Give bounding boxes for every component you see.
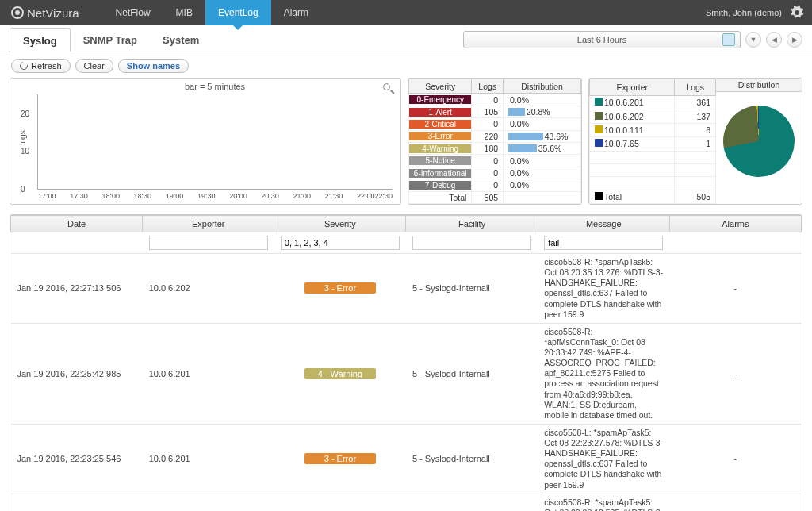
- refresh-icon: [18, 60, 29, 71]
- sev-badge: 5-Notice: [409, 156, 471, 165]
- log-header[interactable]: Alarms: [669, 216, 801, 232]
- log-header[interactable]: Date: [11, 216, 143, 232]
- nav-eventlog[interactable]: EventLog: [205, 0, 271, 25]
- chart-y-label: logs: [18, 130, 27, 144]
- tab-snmp-trap[interactable]: SNMP Trap: [71, 28, 150, 52]
- sev-row[interactable]: 3-Error22043.6%: [409, 130, 581, 142]
- sev-row[interactable]: 6-Informational00.0%: [409, 167, 581, 179]
- sev-badge: 0-Emergency: [409, 95, 471, 104]
- exp-ip: 10.0.6.202: [590, 110, 675, 123]
- sev-dist: 0.0%: [504, 179, 581, 191]
- sev-row[interactable]: 1-Alert10520.8%: [409, 106, 581, 117]
- sev-logs: 180: [472, 143, 504, 155]
- sev-header: Distribution: [504, 79, 581, 94]
- y-tick: 10: [21, 147, 29, 156]
- y-tick: 20: [21, 109, 29, 117]
- sev-row[interactable]: 0-Emergency00.0%: [409, 94, 581, 106]
- log-alarm: -: [669, 424, 801, 494]
- chart-title: bar = 5 minutes: [37, 82, 393, 91]
- exp-logs: 137: [675, 110, 716, 123]
- log-sev-pill: 3 - Error: [304, 453, 376, 464]
- time-down-button[interactable]: ▼: [745, 32, 761, 48]
- sev-logs: 220: [472, 130, 504, 142]
- x-tick: 17:00: [38, 192, 56, 200]
- filter-message[interactable]: [544, 236, 663, 250]
- logo-icon: [11, 6, 24, 19]
- log-sev-pill: 3 - Error: [304, 282, 376, 294]
- zoom-icon[interactable]: [383, 83, 394, 94]
- exporter-panel: ExporterLogs10.0.6.20136110.0.6.20213710…: [588, 78, 802, 205]
- log-facility: 5 - Syslogd-Internall: [406, 494, 538, 511]
- tab-syslog[interactable]: Syslog: [10, 28, 71, 52]
- log-header[interactable]: Facility: [406, 216, 538, 232]
- x-tick: 20:00: [229, 192, 247, 200]
- exp-row[interactable]: 10.0.0.1116: [590, 123, 716, 136]
- exp-dist-header: Distribution: [716, 79, 802, 92]
- log-exporter: 10.0.6.202: [143, 494, 274, 511]
- brand-text: NetVizura: [27, 6, 79, 20]
- filter-facility[interactable]: [412, 236, 531, 250]
- log-facility: 5 - Syslogd-Internall: [406, 424, 538, 494]
- nav-mib[interactable]: MIB: [163, 0, 205, 25]
- x-tick: 22:0022:30: [357, 192, 393, 200]
- time-next-button[interactable]: ▶: [787, 32, 802, 48]
- x-tick: 20:30: [261, 192, 279, 200]
- log-alarm: -: [669, 254, 801, 324]
- sev-dist: 0.0%: [504, 155, 581, 167]
- log-facility: 5 - Syslogd-Internall: [406, 254, 538, 324]
- refresh-button[interactable]: Refresh: [11, 59, 71, 73]
- sev-row[interactable]: 7-Debug00.0%: [409, 179, 581, 191]
- sev-header: Severity: [409, 79, 472, 94]
- log-header[interactable]: Message: [538, 216, 669, 232]
- x-tick: 19:30: [197, 192, 216, 200]
- x-tick: 21:30: [325, 192, 343, 200]
- time-prev-button[interactable]: ◀: [766, 32, 782, 48]
- clear-label: Clear: [84, 61, 105, 71]
- log-row[interactable]: Jan 19 2016, 22:27:13.50610.0.6.2023 - E…: [11, 254, 802, 324]
- log-date: Jan 19 2016, 22:20:10.795: [11, 494, 143, 511]
- exp-row[interactable]: 10.0.6.202137: [590, 110, 716, 123]
- log-sev-pill: 4 - Warning: [304, 368, 376, 379]
- log-severity: 3 - Error: [274, 494, 406, 511]
- log-date: Jan 19 2016, 22:27:13.506: [11, 254, 143, 324]
- exp-row[interactable]: 10.0.7.651: [590, 137, 716, 151]
- log-exporter: 10.0.6.201: [143, 323, 274, 424]
- time-range-select[interactable]: Last 6 Hours: [463, 31, 741, 48]
- sev-row[interactable]: 5-Notice00.0%: [409, 155, 581, 167]
- sev-dist: 0.0%: [504, 118, 581, 130]
- refresh-label: Refresh: [31, 61, 62, 71]
- user-name[interactable]: Smith, John (demo): [706, 8, 782, 17]
- y-tick: 0: [21, 185, 25, 194]
- tab-system[interactable]: System: [150, 28, 212, 52]
- log-message: cisco5508-R: *spamApTask5: Oct 08 20:35:…: [538, 254, 669, 324]
- exp-row[interactable]: 10.0.6.201361: [590, 95, 716, 109]
- filter-exporter[interactable]: [149, 236, 268, 250]
- sev-dist: 20.8%: [504, 106, 581, 117]
- exp-logs: 1: [675, 137, 716, 151]
- log-alarm: -: [669, 323, 801, 424]
- sev-row[interactable]: 2-Critical00.0%: [409, 118, 581, 130]
- sev-row[interactable]: 4-Warning18035.6%: [409, 143, 581, 155]
- filter-severity[interactable]: [281, 236, 400, 250]
- nav-netflow[interactable]: NetFlow: [103, 0, 163, 25]
- toolbar: Refresh Clear Show names: [0, 52, 812, 78]
- log-row[interactable]: Jan 19 2016, 22:23:25.54610.0.6.2013 - E…: [11, 424, 802, 494]
- log-message: cisco5508-R: *apfMsConnTask_0: Oct 08 20…: [538, 323, 669, 424]
- show-names-button[interactable]: Show names: [118, 59, 189, 73]
- exp-header: Logs: [675, 79, 716, 96]
- log-header[interactable]: Exporter: [143, 216, 274, 232]
- log-row[interactable]: Jan 19 2016, 22:25:42.98510.0.6.2014 - W…: [11, 323, 802, 424]
- sev-dist: 35.6%: [504, 143, 581, 155]
- log-header[interactable]: Severity: [274, 216, 406, 232]
- nav-alarm[interactable]: Alarm: [271, 0, 321, 25]
- clear-button[interactable]: Clear: [75, 59, 113, 73]
- x-tick: 18:00: [102, 192, 120, 200]
- gear-icon[interactable]: [790, 6, 804, 20]
- log-row[interactable]: Jan 19 2016, 22:20:10.79510.0.6.2023 - E…: [11, 494, 802, 511]
- sev-logs: 0: [472, 179, 504, 191]
- sub-nav: SyslogSNMP TrapSystem Last 6 Hours ▼ ◀ ▶: [0, 25, 812, 52]
- sev-logs: 0: [472, 155, 504, 167]
- log-table-wrapper: DateExporterSeverityFacilityMessageAlarm…: [10, 214, 802, 511]
- sev-header: Logs: [472, 79, 504, 94]
- log-date: Jan 19 2016, 22:23:25.546: [11, 424, 143, 494]
